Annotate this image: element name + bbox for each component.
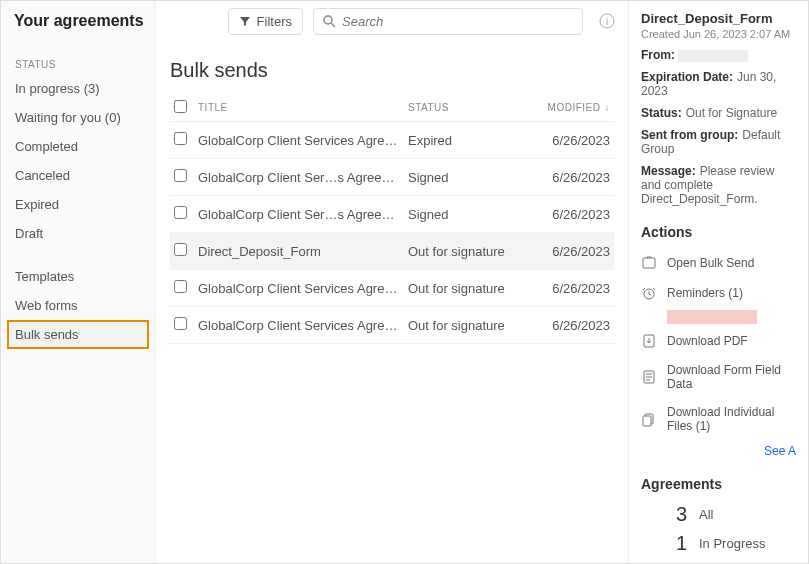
detail-name: Direct_Deposit_Form [641, 11, 796, 26]
row-checkbox[interactable] [174, 280, 187, 293]
from-label: From: [641, 48, 675, 62]
download-data-icon [641, 369, 657, 385]
agg-canceled[interactable]: 1Canceled [641, 558, 796, 563]
col-title[interactable]: TITLE [194, 94, 404, 122]
row-title: GlobalCorp Client Services Agreement [194, 270, 404, 307]
from-value-redacted [678, 50, 748, 62]
table-row[interactable]: GlobalCorp Client Services Agreement Out… [170, 307, 614, 344]
sort-down-icon: ↓ [605, 102, 611, 113]
row-title: GlobalCorp Client Services Agreement [194, 307, 404, 344]
row-checkbox[interactable] [174, 206, 187, 219]
clock-icon [641, 285, 657, 301]
main-heading: Bulk sends [170, 59, 614, 82]
row-title: Direct_Deposit_Form [194, 233, 404, 270]
row-modified: 6/26/2023 [524, 122, 614, 159]
table-row[interactable]: GlobalCorp Client Ser…s Agreement with f… [170, 159, 614, 196]
action-download-individual[interactable]: Download Individual Files (1) [641, 398, 796, 440]
row-status: Out for signature [404, 233, 524, 270]
select-all-checkbox[interactable] [174, 100, 187, 113]
svg-rect-4 [643, 258, 655, 268]
row-status: Signed [404, 159, 524, 196]
agg-inprogress[interactable]: 1In Progress [641, 529, 796, 558]
action-download-form-data[interactable]: Download Form Field Data [641, 356, 796, 398]
sidebar-item-expired[interactable]: Expired [1, 190, 155, 219]
col-modified[interactable]: MODIFIED↓ [524, 94, 614, 122]
row-modified: 6/26/2023 [524, 196, 614, 233]
filter-icon [239, 15, 251, 27]
action-open-bulk-send[interactable]: Open Bulk Send [641, 248, 796, 278]
search-icon [322, 14, 336, 28]
table-row[interactable]: Direct_Deposit_Form Out for signature 6/… [170, 233, 614, 270]
row-status: Expired [404, 122, 524, 159]
exp-label: Expiration Date: [641, 70, 733, 84]
row-title: GlobalCorp Client Services Agreement [194, 122, 404, 159]
sidebar-item-draft[interactable]: Draft [1, 219, 155, 248]
status-label: Status: [641, 106, 682, 120]
col-status[interactable]: STATUS [404, 94, 524, 122]
agreements-table: TITLE STATUS MODIFIED↓ GlobalCorp Client… [170, 94, 614, 344]
svg-point-0 [324, 16, 332, 24]
row-title: GlobalCorp Client Ser…s Agreement with f… [194, 196, 404, 233]
col-checkbox [170, 94, 194, 122]
row-status: Signed [404, 196, 524, 233]
status-value: Out for Signature [686, 106, 777, 120]
table-row[interactable]: GlobalCorp Client Ser…s Agreement with f… [170, 196, 614, 233]
header-bar: Your agreements Filters i [0, 0, 629, 42]
table-row[interactable]: GlobalCorp Client Services Agreement Exp… [170, 122, 614, 159]
row-title: GlobalCorp Client Ser…s Agreement with f… [194, 159, 404, 196]
sidebar-item-completed[interactable]: Completed [1, 132, 155, 161]
action-download-pdf[interactable]: Download PDF [641, 326, 796, 356]
page-title: Your agreements [14, 12, 169, 30]
detail-panel: Direct_Deposit_Form Created Jun 26, 2023… [628, 1, 808, 563]
sidebar-item-canceled[interactable]: Canceled [1, 161, 155, 190]
sidebar-status-label: STATUS [1, 51, 155, 74]
sidebar-item-webforms[interactable]: Web forms [1, 291, 155, 320]
redacted-block [667, 310, 757, 324]
header-tools: Filters i [228, 8, 615, 35]
row-modified: 6/26/2023 [524, 307, 614, 344]
sidebar-item-in-progress[interactable]: In progress (3) [1, 74, 155, 103]
sidebar: STATUS In progress (3) Waiting for you (… [1, 1, 156, 563]
sidebar-item-templates[interactable]: Templates [1, 262, 155, 291]
info-icon[interactable]: i [599, 13, 615, 29]
agg-all[interactable]: 3All [641, 500, 796, 529]
open-icon [641, 255, 657, 271]
group-label: Sent from group: [641, 128, 738, 142]
svg-line-1 [331, 23, 335, 27]
row-modified: 6/26/2023 [524, 233, 614, 270]
svg-text:i: i [606, 16, 608, 27]
svg-rect-12 [643, 416, 651, 426]
agreements-heading: Agreements [641, 476, 796, 492]
row-status: Out for signature [404, 270, 524, 307]
row-modified: 6/26/2023 [524, 270, 614, 307]
filters-button[interactable]: Filters [228, 8, 303, 35]
row-status: Out for signature [404, 307, 524, 344]
row-checkbox[interactable] [174, 132, 187, 145]
sidebar-item-waiting[interactable]: Waiting for you (0) [1, 103, 155, 132]
sidebar-item-bulksends[interactable]: Bulk sends [7, 320, 149, 349]
actions-heading: Actions [641, 224, 796, 240]
table-row[interactable]: GlobalCorp Client Services Agreement Out… [170, 270, 614, 307]
search-box[interactable] [313, 8, 583, 35]
download-pdf-icon [641, 333, 657, 349]
msg-label: Message: [641, 164, 696, 178]
row-checkbox[interactable] [174, 317, 187, 330]
see-all-link[interactable]: See A [641, 444, 796, 458]
app-container: STATUS In progress (3) Waiting for you (… [0, 0, 809, 564]
row-modified: 6/26/2023 [524, 159, 614, 196]
search-input[interactable] [342, 14, 574, 29]
filters-label: Filters [257, 14, 292, 29]
row-checkbox[interactable] [174, 243, 187, 256]
action-reminders[interactable]: Reminders (1) [641, 278, 796, 308]
main-content: Bulk sends TITLE STATUS MODIFIED↓ Global… [156, 1, 628, 563]
download-files-icon [641, 411, 657, 427]
row-checkbox[interactable] [174, 169, 187, 182]
detail-created: Created Jun 26, 2023 2:07 AM [641, 28, 796, 40]
